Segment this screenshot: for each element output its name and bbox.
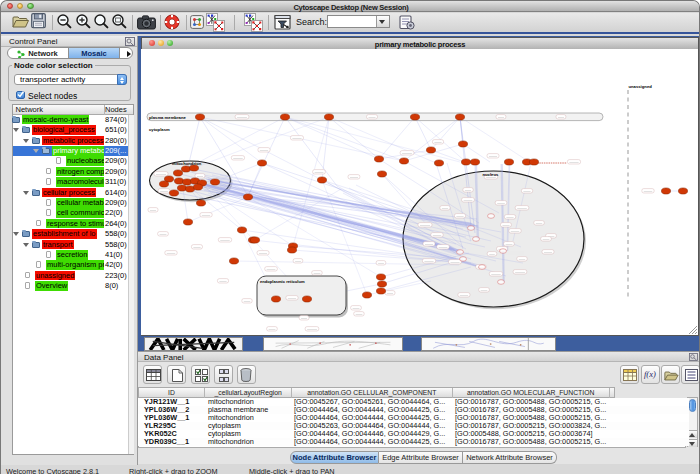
svg-text:cytoplasm: cytoplasm xyxy=(149,127,170,132)
svg-text:endoplasmic reticulum: endoplasmic reticulum xyxy=(260,279,305,284)
svg-text:mitochondrion: mitochondrion xyxy=(172,161,202,166)
svg-text:unassigned: unassigned xyxy=(629,84,653,89)
svg-text:nucleus: nucleus xyxy=(483,172,499,177)
svg-text:plasma membrane: plasma membrane xyxy=(149,115,186,120)
